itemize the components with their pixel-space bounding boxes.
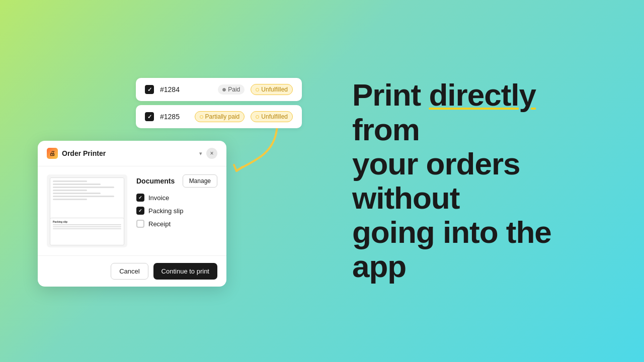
orders-container: #1284 Paid Unfulfilled #1285 Partially p…	[136, 78, 302, 128]
close-button[interactable]: ×	[206, 148, 217, 159]
badge-dot-partial	[200, 115, 203, 119]
preview-line-6	[53, 196, 114, 197]
hero-text: Print directly from your orders without …	[352, 78, 604, 284]
order-id-1284: #1284	[160, 85, 212, 94]
receipt-checkbox[interactable]	[136, 220, 144, 228]
preview-line-4	[53, 190, 87, 191]
dialog-footer: Cancel Continue to print	[38, 255, 226, 287]
doc-item-invoice[interactable]: Invoice	[136, 194, 217, 202]
doc-item-receipt[interactable]: Receipt	[136, 220, 217, 228]
preview-line-1	[53, 180, 87, 182]
hero-line-2: your orders without	[352, 147, 604, 215]
invoice-label: Invoice	[148, 194, 169, 202]
cancel-button[interactable]: Cancel	[111, 263, 148, 280]
doc-item-packing-slip[interactable]: Packing slip	[136, 207, 217, 215]
packing-slip-preview: Packing slip	[50, 218, 124, 245]
hero-line-3: going into the app	[352, 215, 604, 284]
p2-line-2	[53, 226, 121, 227]
order-id-1285: #1285	[160, 113, 189, 121]
dialog-body: Packing slip Documents Manage Invoice Pa…	[38, 166, 226, 255]
packing-slip-checkbox[interactable]	[136, 207, 144, 215]
badge-unfulfilled-1284: Unfulfilled	[251, 84, 293, 95]
checkbox-1284[interactable]	[145, 85, 154, 94]
dialog-header: 🖨 Order Printer ▾ ×	[38, 141, 226, 166]
packing-slip-label: Packing slip	[148, 207, 183, 215]
p2-line-3	[53, 228, 121, 229]
badge-dot-unfulfilled-2	[256, 115, 259, 119]
dialog-chevron-icon[interactable]: ▾	[199, 150, 202, 157]
p2-line-1	[53, 224, 121, 225]
order-row-1284[interactable]: #1284 Paid Unfulfilled	[136, 78, 302, 101]
hero-line-1: Print directly from	[352, 78, 604, 146]
preview-line-2	[53, 184, 101, 185]
badge-paid-1284: Paid	[218, 84, 245, 95]
manage-button[interactable]: Manage	[183, 174, 217, 188]
order-row-1285[interactable]: #1285 Partially paid Unfulfilled	[136, 105, 302, 128]
preview-line-5	[53, 193, 101, 194]
hero-directly: directly	[429, 77, 536, 112]
preview-line-3	[53, 187, 114, 188]
badge-dot-paid	[222, 88, 226, 92]
document-list: Documents Manage Invoice Packing slip Re…	[136, 174, 217, 247]
doc-list-header: Documents Manage	[136, 174, 217, 188]
dialog-title: Order Printer	[62, 149, 194, 157]
preview-line-7	[53, 199, 87, 200]
hero-from: from	[352, 112, 420, 147]
invoice-checkbox[interactable]	[136, 194, 144, 202]
badge-unfulfilled-1285: Unfulfilled	[251, 111, 293, 122]
order-printer-dialog: 🖨 Order Printer ▾ × Packing slip	[38, 141, 226, 287]
badge-dot-unfulfilled-1	[256, 88, 259, 92]
documents-heading: Documents	[136, 177, 175, 185]
continue-to-print-button[interactable]: Continue to print	[153, 263, 217, 280]
document-preview: Packing slip	[47, 174, 127, 247]
receipt-label: Receipt	[148, 220, 171, 228]
badge-partial-1285: Partially paid	[195, 111, 245, 122]
hero-print: Print	[352, 77, 429, 112]
app-icon: 🖨	[47, 148, 58, 159]
preview-page2-title: Packing slip	[53, 220, 121, 223]
right-panel: Print directly from your orders without …	[322, 0, 644, 362]
checkbox-1285[interactable]	[145, 112, 154, 121]
